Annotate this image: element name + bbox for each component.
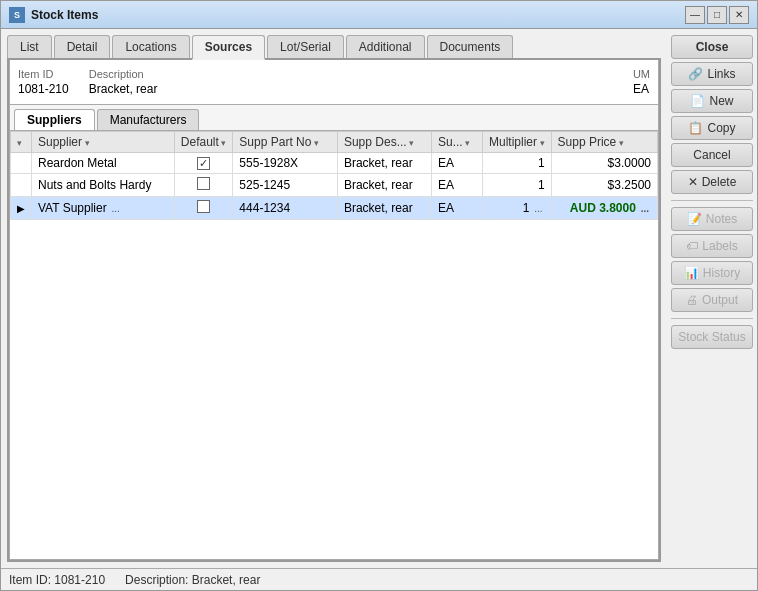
window-icon: S xyxy=(9,7,25,23)
multiplier-ellipsis[interactable]: ... xyxy=(529,203,544,214)
content-area: List Detail Locations Sources Lot/Serial… xyxy=(1,29,757,568)
col-indicator[interactable] xyxy=(11,132,32,153)
um-label: UM xyxy=(633,68,650,80)
history-button[interactable]: 📊 History xyxy=(671,261,753,285)
row-indicator xyxy=(11,153,32,174)
supplier-cell: VAT Supplier ... xyxy=(32,197,175,220)
tab-lot-serial[interactable]: Lot/Serial xyxy=(267,35,344,58)
divider-2 xyxy=(671,318,753,319)
default-cell xyxy=(174,174,233,197)
inner-tab-manufacturers[interactable]: Manufacturers xyxy=(97,109,200,130)
title-buttons: — □ ✕ xyxy=(685,6,749,24)
supp-desc-cell: Bracket, rear xyxy=(337,153,431,174)
labels-icon: 🏷 xyxy=(686,239,698,253)
table-row[interactable]: Nuts and Bolts Hardy525-1245Bracket, rea… xyxy=(11,174,658,197)
supplier-cell: Nuts and Bolts Hardy xyxy=(32,174,175,197)
col-supp-price[interactable]: Supp Price xyxy=(551,132,657,153)
row-indicator xyxy=(11,174,32,197)
description-label: Description xyxy=(89,68,158,80)
um-value: EA xyxy=(633,82,650,96)
item-id-group: Item ID 1081-210 xyxy=(18,68,69,96)
supp-part-no-cell: 555-1928X xyxy=(233,153,338,174)
default-checkbox[interactable] xyxy=(197,157,210,170)
cancel-button[interactable]: Cancel xyxy=(671,143,753,167)
delete-button[interactable]: ✕ Delete xyxy=(671,170,753,194)
window-close-button[interactable]: ✕ xyxy=(729,6,749,24)
multiplier-cell: 1 xyxy=(483,153,552,174)
table-body: Reardon Metal555-1928XBracket, rearEA1$3… xyxy=(11,153,658,220)
tab-documents[interactable]: Documents xyxy=(427,35,514,58)
item-id-value: 1081-210 xyxy=(18,82,69,96)
supp-part-no-cell: 525-1245 xyxy=(233,174,338,197)
table-header: Supplier Default Supp Part No Supp Des..… xyxy=(11,132,658,153)
supp-price-cell: $3.2500 xyxy=(551,174,657,197)
form-area: Item ID 1081-210 Description Bracket, re… xyxy=(9,60,659,105)
default-cell xyxy=(174,197,233,220)
description-value: Bracket, rear xyxy=(89,82,158,96)
table-row[interactable]: ▶VAT Supplier ...444-1234Bracket, rearEA… xyxy=(11,197,658,220)
item-id-label: Item ID xyxy=(18,68,69,80)
col-supp-part-no[interactable]: Supp Part No xyxy=(233,132,338,153)
maximize-button[interactable]: □ xyxy=(707,6,727,24)
title-bar: S Stock Items — □ ✕ xyxy=(1,1,757,29)
right-button-panel: Close 🔗 Links 📄 New 📋 Copy Cancel ✕ Dele… xyxy=(667,29,757,568)
tab-detail[interactable]: Detail xyxy=(54,35,111,58)
status-bar: Item ID: 1081-210 Description: Bracket, … xyxy=(1,568,757,590)
delete-icon: ✕ xyxy=(688,175,698,189)
supp-price-cell: AUD 3.8000 ... xyxy=(551,197,657,220)
tab-additional[interactable]: Additional xyxy=(346,35,425,58)
supp-desc-cell: Bracket, rear xyxy=(337,197,431,220)
minimize-button[interactable]: — xyxy=(685,6,705,24)
default-checkbox[interactable] xyxy=(197,177,210,190)
su-cell: EA xyxy=(431,174,482,197)
copy-button[interactable]: 📋 Copy xyxy=(671,116,753,140)
multiplier-cell: 1 xyxy=(483,174,552,197)
history-icon: 📊 xyxy=(684,266,699,280)
supp-price-cell: $3.0000 xyxy=(551,153,657,174)
stock-status-button[interactable]: Stock Status xyxy=(671,325,753,349)
labels-button[interactable]: 🏷 Labels xyxy=(671,234,753,258)
description-group: Description Bracket, rear xyxy=(89,68,158,96)
status-description: Description: Bracket, rear xyxy=(125,573,260,587)
links-button[interactable]: 🔗 Links xyxy=(671,62,753,86)
table-row[interactable]: Reardon Metal555-1928XBracket, rearEA1$3… xyxy=(11,153,658,174)
default-checkbox[interactable] xyxy=(197,200,210,213)
supp-desc-cell: Bracket, rear xyxy=(337,174,431,197)
supp-part-no-cell: 444-1234 xyxy=(233,197,338,220)
tab-bar: List Detail Locations Sources Lot/Serial… xyxy=(7,35,661,60)
outer-border: Item ID 1081-210 Description Bracket, re… xyxy=(7,60,661,562)
col-su[interactable]: Su... xyxy=(431,132,482,153)
links-icon: 🔗 xyxy=(688,67,703,81)
copy-icon: 📋 xyxy=(688,121,703,135)
col-multiplier[interactable]: Multiplier xyxy=(483,132,552,153)
tab-sources[interactable]: Sources xyxy=(192,35,265,60)
suppliers-table-container: Supplier Default Supp Part No Supp Des..… xyxy=(10,131,658,559)
new-doc-icon: 📄 xyxy=(690,94,705,108)
supplier-ellipsis[interactable]: ... xyxy=(107,203,122,214)
new-button[interactable]: 📄 New xyxy=(671,89,753,113)
inner-tab-suppliers[interactable]: Suppliers xyxy=(14,109,95,130)
output-button[interactable]: 🖨 Output xyxy=(671,288,753,312)
su-cell: EA xyxy=(431,153,482,174)
status-item-id: Item ID: 1081-210 xyxy=(9,573,105,587)
suppliers-table: Supplier Default Supp Part No Supp Des..… xyxy=(10,131,658,220)
row-indicator: ▶ xyxy=(11,197,32,220)
col-supplier[interactable]: Supplier xyxy=(32,132,175,153)
notes-button[interactable]: 📝 Notes xyxy=(671,207,753,231)
default-cell xyxy=(174,153,233,174)
divider-1 xyxy=(671,200,753,201)
tab-locations[interactable]: Locations xyxy=(112,35,189,58)
tab-list[interactable]: List xyxy=(7,35,52,58)
output-icon: 🖨 xyxy=(686,293,698,307)
supplier-cell: Reardon Metal xyxy=(32,153,175,174)
su-cell: EA xyxy=(431,197,482,220)
col-default[interactable]: Default xyxy=(174,132,233,153)
price-ellipsis[interactable]: ... xyxy=(636,203,651,214)
close-button[interactable]: Close xyxy=(671,35,753,59)
inner-tab-bar: Suppliers Manufacturers xyxy=(10,105,658,131)
multiplier-cell: 1 ... xyxy=(483,197,552,220)
notes-icon: 📝 xyxy=(687,212,702,226)
col-supp-desc[interactable]: Supp Des... xyxy=(337,132,431,153)
window-title: Stock Items xyxy=(31,8,685,22)
um-group: UM EA xyxy=(633,68,650,96)
